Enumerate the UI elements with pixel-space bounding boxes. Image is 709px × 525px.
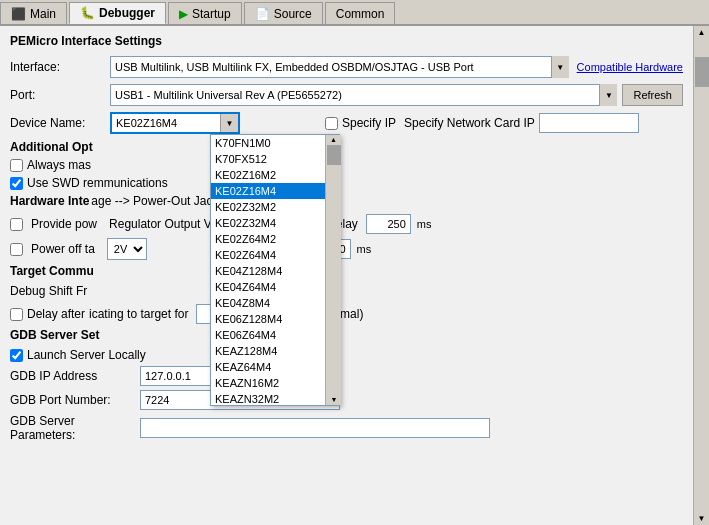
- bug-icon: 🐛: [80, 6, 95, 20]
- additional-opts-label: Additional Opt: [10, 140, 93, 154]
- interface-select-wrapper: USB Multilink, USB Multilink FX, Embedde…: [110, 56, 569, 78]
- dropdown-item-keazn32m2[interactable]: KEAZN32M2: [211, 391, 325, 405]
- dropdown-item-ke04z8m4[interactable]: KE04Z8M4: [211, 295, 325, 311]
- compatible-hardware-link[interactable]: Compatible Hardware: [577, 61, 683, 73]
- dd-scroll-thumb[interactable]: [327, 145, 341, 165]
- dropdown-item-keaz128m4[interactable]: KEAZ128M4: [211, 343, 325, 359]
- tab-bar: ⬛ Main 🐛 Debugger ▶ Startup 📄 Source Com…: [0, 0, 709, 26]
- dropdown-scroll-area: K70FN1M0 K70FX512 KE02Z16M2 KE02Z16M4 KE…: [211, 135, 341, 405]
- use-swd-label: Use SWD re: [27, 176, 94, 190]
- tab-main[interactable]: ⬛ Main: [0, 2, 67, 24]
- delay-after-label: Delay after: [27, 307, 85, 321]
- voltage-arrow-label: age --> Power-Out Jack): [91, 194, 222, 208]
- always-mask-checkbox[interactable]: [10, 159, 23, 172]
- interface-row: Interface: USB Multilink, USB Multilink …: [10, 56, 683, 78]
- ms-label-2: ms: [357, 243, 372, 255]
- use-swd-checkbox[interactable]: [10, 177, 23, 190]
- gdb-port-label: GDB Port Number:: [10, 393, 140, 407]
- section-title: PEMicro Interface Settings: [10, 34, 683, 48]
- voltage-select[interactable]: 2V: [107, 238, 147, 260]
- use-swd-row: Use SWD re mmunications: [10, 176, 683, 190]
- scroll-arrow-down[interactable]: ▼: [694, 514, 709, 523]
- tab-startup[interactable]: ▶ Startup: [168, 2, 242, 24]
- scroll-arrow-up[interactable]: ▲: [694, 28, 709, 37]
- power-down-delay-input[interactable]: [366, 214, 411, 234]
- hardware-interface-row: Hardware Inte age --> Power-Out Jack): [10, 194, 683, 208]
- main-tab-icon: ⬛: [11, 7, 26, 21]
- dropdown-item-ke04z64m4[interactable]: KE04Z64M4: [211, 279, 325, 295]
- dropdown-item-keaz64m4[interactable]: KEAZ64M4: [211, 359, 325, 375]
- port-label: Port:: [10, 88, 110, 102]
- dropdown-item-ke02z64m2[interactable]: KE02Z64M2: [211, 231, 325, 247]
- gdb-params-input[interactable]: [140, 418, 490, 438]
- gdb-server-set-row: GDB Server Set: [10, 328, 683, 342]
- gdb-port-row: GDB Port Number:: [10, 390, 683, 410]
- always-mask-row: Always mas: [10, 158, 683, 172]
- gdb-params-label: GDB Server Parameters:: [10, 414, 140, 442]
- tab-common[interactable]: Common: [325, 2, 396, 24]
- tab-debugger[interactable]: 🐛 Debugger: [69, 2, 166, 24]
- tab-source[interactable]: 📄 Source: [244, 2, 323, 24]
- interface-select[interactable]: USB Multilink, USB Multilink FX, Embedde…: [110, 56, 569, 78]
- gdb-ip-row: GDB IP Address: [10, 366, 683, 386]
- power-off-checkbox[interactable]: [10, 243, 23, 256]
- scrollbar-thumb[interactable]: [695, 57, 709, 87]
- debug-shift-label: Debug Shift Fr: [10, 284, 87, 298]
- dd-scroll-down[interactable]: ▼: [326, 396, 341, 403]
- tab-common-label: Common: [336, 7, 385, 21]
- port-select-wrapper: USB1 - Multilink Universal Rev A (PE5655…: [110, 84, 617, 106]
- specify-ip-checkbox[interactable]: [325, 117, 338, 130]
- gdb-server-set-label: GDB Server Set: [10, 328, 99, 342]
- tab-main-label: Main: [30, 7, 56, 21]
- port-row: Port: USB1 - Multilink Universal Rev A (…: [10, 84, 683, 106]
- hardware-interface-label: Hardware Inte: [10, 194, 89, 208]
- launch-server-checkbox[interactable]: [10, 349, 23, 362]
- refresh-button[interactable]: Refresh: [622, 84, 683, 106]
- dropdown-item-ke04z128m4[interactable]: KE04Z128M4: [211, 263, 325, 279]
- dd-scroll-up[interactable]: ▲: [326, 135, 341, 143]
- tab-debugger-label: Debugger: [99, 6, 155, 20]
- delay-after-checkbox[interactable]: [10, 308, 23, 321]
- dropdown-item-ke02z32m2[interactable]: KE02Z32M2: [211, 199, 325, 215]
- always-mask-label: Always mas: [27, 158, 91, 172]
- device-name-value: KE02Z16M4: [112, 115, 220, 131]
- device-select-wrapper: KE02Z16M4 ▼ K70FN1M0 K70FX512 KE02Z16M2 …: [110, 112, 240, 134]
- startup-icon: ▶: [179, 7, 188, 21]
- source-icon: 📄: [255, 7, 270, 21]
- provide-power-row: Provide pow Regulator Output Voltage Pow…: [10, 214, 683, 234]
- specify-network-label: Specify Network Card IP: [404, 116, 535, 130]
- port-select[interactable]: USB1 - Multilink Universal Rev A (PE5655…: [110, 84, 617, 106]
- power-off-label: Power off ta: [31, 242, 95, 256]
- dropdown-item-ke02z32m4[interactable]: KE02Z32M4: [211, 215, 325, 231]
- gdb-params-row: GDB Server Parameters:: [10, 414, 683, 442]
- provide-power-checkbox[interactable]: [10, 218, 23, 231]
- dropdown-scrollbar[interactable]: ▲ ▼: [325, 135, 341, 405]
- network-card-ip-input[interactable]: [539, 113, 639, 133]
- dropdown-item-keazn16m2[interactable]: KEAZN16M2: [211, 375, 325, 391]
- specify-ip-label: Specify IP: [342, 116, 396, 130]
- delay-communicating-label: icating to target for: [89, 307, 188, 321]
- dropdown-item-ke02z16m4[interactable]: KE02Z16M4: [211, 183, 325, 199]
- communications-label: mmunications: [94, 176, 168, 190]
- launch-server-row: Launch Server Locally: [10, 348, 683, 362]
- power-off-row: Power off ta 2V Power Up Delay ms: [10, 238, 683, 260]
- device-dropdown-arrow[interactable]: ▼: [220, 114, 238, 132]
- right-scrollbar[interactable]: ▲ ▼: [693, 26, 709, 525]
- interface-label: Interface:: [10, 60, 110, 74]
- dropdown-item-k70fn1m0[interactable]: K70FN1M0: [211, 135, 325, 151]
- launch-server-label: Launch Server Locally: [27, 348, 146, 362]
- dropdown-item-ke02z16m2[interactable]: KE02Z16M2: [211, 167, 325, 183]
- debug-shift-row: Debug Shift Fr: [10, 284, 683, 298]
- target-commu-row: Target Commu: [10, 264, 683, 278]
- dropdown-item-k70fx512[interactable]: K70FX512: [211, 151, 325, 167]
- device-dropdown-list: K70FN1M0 K70FX512 KE02Z16M2 KE02Z16M4 KE…: [210, 134, 340, 406]
- ms-label-1: ms: [417, 218, 432, 230]
- dropdown-items: K70FN1M0 K70FX512 KE02Z16M2 KE02Z16M4 KE…: [211, 135, 325, 405]
- dropdown-item-ke02z64m4[interactable]: KE02Z64M4: [211, 247, 325, 263]
- main-content: ▲ ▼ PEMicro Interface Settings Interface…: [0, 26, 709, 525]
- gdb-ip-label: GDB IP Address: [10, 369, 140, 383]
- device-name-row: Device Name: KE02Z16M4 ▼ K70FN1M0 K70FX5…: [10, 112, 683, 134]
- dropdown-item-ke06z128m4[interactable]: KE06Z128M4: [211, 311, 325, 327]
- dropdown-item-ke06z64m4[interactable]: KE06Z64M4: [211, 327, 325, 343]
- device-name-label: Device Name:: [10, 116, 110, 130]
